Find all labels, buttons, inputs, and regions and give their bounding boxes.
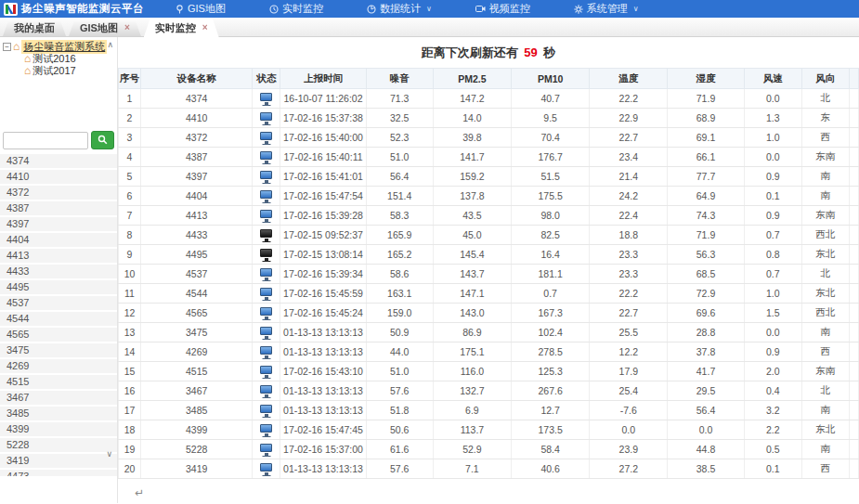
table-row[interactable]: 18439917-02-16 15:47:4550.6113.7173.50.0… [119, 420, 859, 440]
close-icon[interactable]: × [124, 23, 130, 32]
scroll-down-icon[interactable]: ∨ [106, 449, 112, 459]
table-cell: 176.7 [512, 148, 590, 167]
menu-item-gis-map[interactable]: GIS地图 [176, 2, 226, 16]
table-cell: 22.7 [590, 304, 668, 323]
table-row[interactable]: 12456517-02-16 15:45:24159.0143.0167.322… [119, 304, 859, 323]
table-cell: 25.5 [590, 323, 668, 342]
device-list-item[interactable]: 4410 [0, 170, 117, 184]
column-header: 风速 [744, 69, 801, 89]
table-cell: 5228 [141, 440, 253, 459]
tab-realtime-monitor[interactable]: 实时监控 × [144, 18, 219, 37]
table-row[interactable]: 10453717-02-16 15:39:3458.6143.7181.123.… [119, 265, 859, 284]
monitor-online-icon [260, 463, 272, 472]
tree-node-test2017[interactable]: ⌂ 测试2017 [24, 65, 115, 77]
table-cell: 东南 [801, 206, 849, 226]
table-cell: 0.7 [744, 226, 801, 245]
table-cell: 173.5 [512, 420, 590, 440]
table-row[interactable]: 1437416-10-07 11:26:0271.3147.240.722.27… [119, 89, 859, 109]
table-row[interactable]: 20341901-13-13 13:13:1357.67.140.627.238… [119, 459, 859, 479]
device-list-item[interactable]: 4544 [0, 312, 117, 326]
table-cell: 38.5 [668, 459, 744, 479]
table-row[interactable]: 14426901-13-13 13:13:1344.0175.1278.512.… [119, 342, 859, 362]
menu-item-realtime-monitor[interactable]: 实时监控 [269, 2, 323, 16]
table-cell [849, 128, 858, 148]
device-list-item[interactable]: 4372 [0, 186, 117, 200]
table-cell: 52.9 [433, 440, 511, 459]
device-list-item[interactable]: 3485 [0, 407, 117, 420]
table-cell: 0.9 [744, 342, 801, 362]
device-list-item[interactable]: 4399 [0, 422, 117, 436]
tab-gis-map[interactable]: GIS地图 × [69, 19, 141, 36]
status-cell [253, 128, 280, 148]
device-list-item[interactable]: 4495 [0, 280, 117, 294]
table-cell [849, 459, 858, 479]
table-row[interactable]: 2441017-02-16 15:37:3832.514.09.522.968.… [119, 109, 859, 128]
table-cell: 163.1 [366, 284, 433, 304]
table-cell: 77.7 [668, 167, 744, 187]
table-cell: 4410 [141, 109, 253, 128]
table-cell: 3 [119, 128, 141, 148]
device-search [0, 131, 117, 149]
device-list-item[interactable]: 4433 [0, 265, 117, 278]
table-cell: 113.7 [433, 420, 511, 440]
device-list-item[interactable]: 4565 [0, 328, 117, 342]
table-cell [849, 323, 858, 342]
table-row[interactable]: 5439717-02-16 15:41:0156.4159.251.521.47… [119, 167, 859, 187]
table-row[interactable]: 19522817-02-16 15:37:0061.652.958.423.94… [119, 440, 859, 459]
table-cell: 27.2 [590, 459, 668, 479]
table-row[interactable]: 17348501-13-13 13:13:1351.86.912.7-7.656… [119, 401, 859, 420]
menu-item-system-settings[interactable]: 系统管理 ∨ [574, 2, 639, 16]
table-cell: 4372 [141, 128, 253, 148]
table-cell: 51.8 [366, 401, 433, 420]
close-icon[interactable]: × [202, 23, 208, 32]
table-cell [849, 167, 858, 187]
device-list-item[interactable]: 3475 [0, 343, 117, 357]
device-list-item[interactable]: 4515 [0, 375, 117, 389]
table-row[interactable]: 9449517-02-15 13:08:14165.2145.416.423.3… [119, 245, 859, 265]
status-cell [253, 109, 280, 128]
tab-my-desktop[interactable]: 我的桌面 [3, 19, 66, 36]
menu-item-video-monitor[interactable]: 视频监控 [475, 2, 530, 16]
scroll-up-icon[interactable]: ∧ [107, 40, 113, 49]
device-list-item[interactable]: 4387 [0, 201, 117, 215]
table-row[interactable]: 16346701-13-13 13:13:1357.6132.7267.625.… [119, 381, 859, 401]
device-list-item[interactable]: 4269 [0, 359, 117, 373]
table-row[interactable]: 11454417-02-16 15:45:59163.1147.10.722.2… [119, 284, 859, 304]
monitor-online-icon [260, 268, 272, 277]
table-cell: 143.7 [433, 265, 511, 284]
menu-item-data-statistics[interactable]: 数据统计 ∨ [367, 2, 432, 16]
device-list-item[interactable]: 4413 [0, 249, 117, 263]
table-row[interactable]: 13347501-13-13 13:13:1350.986.9102.425.5… [119, 323, 859, 342]
status-cell [253, 401, 280, 420]
table-cell: 71.9 [668, 89, 744, 109]
device-list-item[interactable]: 4404 [0, 233, 117, 247]
device-list-item[interactable]: 3419 [0, 454, 117, 468]
table-cell: 4537 [141, 265, 253, 284]
table-cell: 16-10-07 11:26:02 [280, 89, 366, 109]
table-cell: 40.6 [512, 459, 590, 479]
table-row[interactable]: 4438717-02-16 15:40:1151.0141.7176.723.4… [119, 148, 859, 167]
table-row[interactable]: 15451517-02-16 15:43:1051.0116.0125.317.… [119, 362, 859, 381]
device-list-item[interactable]: 4374 [0, 154, 117, 168]
device-list-item[interactable]: 4537 [0, 296, 117, 310]
search-input[interactable] [3, 132, 88, 149]
table-cell: 3.2 [744, 401, 801, 420]
device-list-item[interactable]: 3467 [0, 391, 117, 405]
search-button[interactable] [91, 131, 114, 149]
table-cell [849, 89, 858, 109]
table-cell: 南 [801, 187, 849, 206]
device-list-item[interactable]: 4397 [0, 217, 117, 231]
table-row[interactable]: 8443317-02-15 09:52:37165.945.082.518.87… [119, 226, 859, 245]
device-list-item[interactable]: 4473 [0, 470, 117, 476]
table-cell: 东 [801, 109, 849, 128]
table-row[interactable]: 3437217-02-16 15:40:0052.339.870.422.769… [119, 128, 859, 148]
table-cell: 181.1 [512, 265, 590, 284]
tree-node-label[interactable]: 测试2017 [33, 64, 75, 78]
device-list-item[interactable]: 5228 [0, 438, 117, 452]
table-cell: 17-02-16 15:37:38 [280, 109, 366, 128]
main-menu: GIS地图 实时监控 数据统计 ∨ 视频监控 系统管理 ∨ [176, 2, 639, 16]
table-row[interactable]: 6440417-02-16 15:47:54151.4137.8175.524.… [119, 187, 859, 206]
tree-collapse-icon[interactable]: − [3, 43, 11, 51]
table-row[interactable]: 7441317-02-16 15:39:2858.343.598.022.474… [119, 206, 859, 226]
table-cell: 57.6 [366, 381, 433, 401]
